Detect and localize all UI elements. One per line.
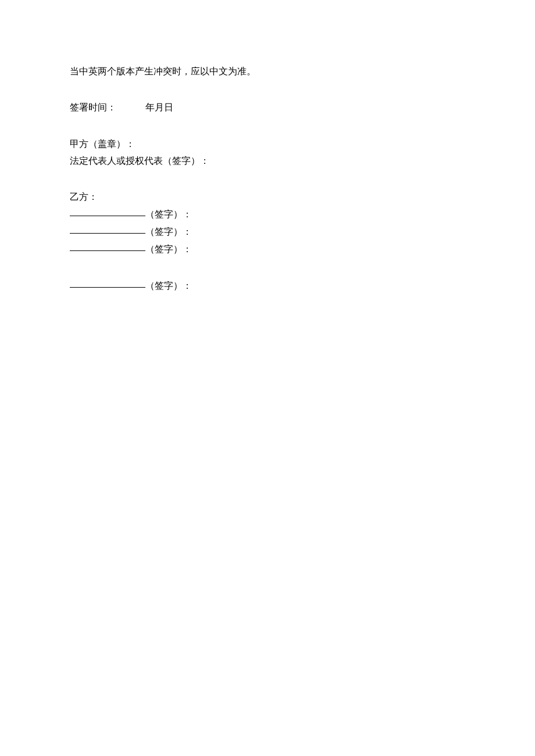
conflict-clause: 当中英两个版本产生冲突时，应以中文为准。 — [70, 63, 465, 80]
party-a-legal-rep: 法定代表人或授权代表（签字）： — [70, 152, 465, 170]
signing-time-label: 签署时间： — [70, 102, 116, 112]
party-a-block: 甲方（盖章）： 法定代表人或授权代表（签字）： — [70, 135, 465, 170]
spacer — [70, 259, 465, 277]
sign-suffix-3: （签字）： — [145, 244, 192, 254]
party-b-sign-3: （签字）： — [70, 241, 192, 258]
party-b-sign-1: （签字）： — [70, 206, 192, 223]
signature-blank-2[interactable] — [70, 224, 145, 234]
spacer — [70, 117, 465, 135]
sign-suffix-1: （签字）： — [145, 209, 192, 219]
party-b-sign-2: （签字）： — [70, 223, 192, 241]
signature-blank-4[interactable] — [70, 278, 145, 288]
spacer — [70, 170, 465, 188]
sign-suffix-4: （签字）： — [145, 281, 192, 291]
signing-time-line: 签署时间：年月日 — [70, 99, 465, 116]
party-b-label: 乙方： — [70, 188, 465, 206]
date-format: 年月日 — [145, 102, 173, 112]
document-page: 当中英两个版本产生冲突时，应以中文为准。 签署时间：年月日 甲方（盖章）： 法定… — [0, 0, 535, 295]
spacer — [70, 80, 465, 99]
signature-blank-3[interactable] — [70, 241, 145, 251]
sign-suffix-2: （签字）： — [145, 227, 192, 237]
party-a-seal: 甲方（盖章）： — [70, 135, 465, 153]
party-b-sign-4: （签字）： — [70, 277, 192, 295]
signature-blank-1[interactable] — [70, 206, 145, 216]
party-b-block: 乙方： （签字）： （签字）： （签字）： — [70, 188, 465, 259]
